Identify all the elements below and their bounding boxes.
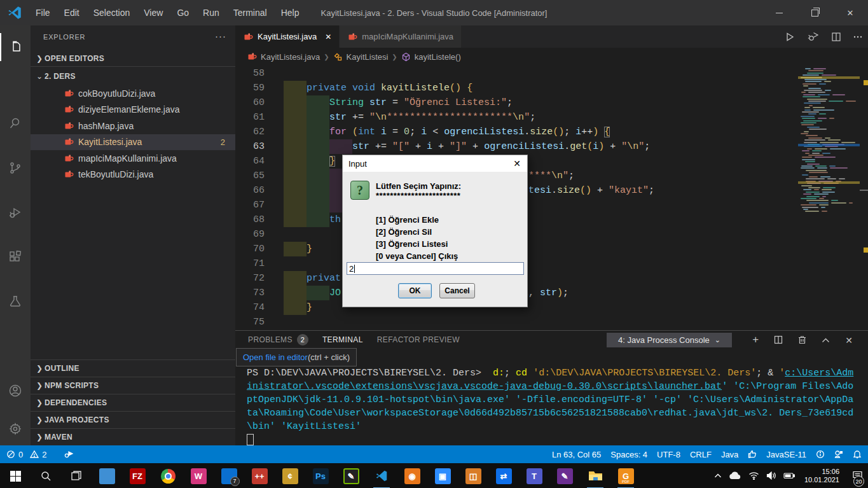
code-editor[interactable]: 5859private void kayitListele() {60Strin…: [235, 66, 868, 330]
search-icon[interactable]: [0, 109, 31, 137]
open-editors-section[interactable]: ❯ OPEN EDITORS: [31, 51, 235, 67]
taskbar-chrome[interactable]: [155, 467, 181, 485]
source-control-icon[interactable]: [0, 154, 31, 182]
breadcrumb-item[interactable]: KayitListesi: [347, 52, 389, 62]
taskbar-search[interactable]: [33, 467, 59, 485]
taskbar-filezilla[interactable]: FZ: [125, 467, 150, 485]
cursor-position[interactable]: Ln 63, Col 65: [552, 450, 601, 459]
file-item[interactable]: diziyeElemanEkleme.java: [31, 102, 235, 118]
panel-tab-refactor-preview[interactable]: REFACTOR PREVIEW: [377, 335, 460, 344]
feedback-icon[interactable]: [834, 450, 843, 459]
taskbar-start[interactable]: [3, 467, 28, 485]
section-npm-scripts[interactable]: ❯NPM SCRIPTS: [31, 377, 235, 394]
run-and-debug-icon[interactable]: [0, 199, 31, 227]
taskbar-vscode[interactable]: [369, 467, 394, 485]
breadcrumb[interactable]: KayitListesi.java❯KayitListesi❯kayitList…: [235, 48, 868, 66]
accounts-icon[interactable]: [0, 377, 31, 405]
taskbar-teams[interactable]: T: [521, 467, 547, 485]
breadcrumb-item[interactable]: kayitListele(): [415, 52, 461, 62]
file-item[interactable]: cokBoyutluDizi.java: [31, 85, 235, 101]
file-item[interactable]: KayitListesi.java2: [31, 134, 235, 150]
taskbar-app-orange-blue[interactable]: ◫: [460, 467, 486, 485]
open-file-link[interactable]: Open file in editor: [243, 352, 308, 362]
more-actions-icon[interactable]: [853, 32, 863, 42]
minimize-button[interactable]: [761, 0, 797, 25]
errors-icon[interactable]: [6, 450, 15, 459]
wifi-icon[interactable]: [748, 471, 759, 480]
split-terminal-icon[interactable]: [774, 335, 783, 344]
debug-icon[interactable]: [807, 31, 820, 43]
menu-selection[interactable]: Selection: [87, 5, 137, 20]
terminal-output[interactable]: PS D:\DEV\JAVA\PROJECTS\BIREYSEL\2. Ders…: [247, 366, 864, 447]
dialog-title-bar[interactable]: Input ✕: [343, 155, 527, 172]
volume-icon[interactable]: [766, 471, 776, 480]
language-mode[interactable]: Java: [721, 450, 738, 459]
action-center-icon[interactable]: 20: [846, 463, 868, 488]
ok-button[interactable]: OK: [398, 283, 432, 298]
taskbar-mail[interactable]: 7: [216, 467, 242, 485]
taskbar-file-explorer[interactable]: [582, 467, 608, 485]
menu-go[interactable]: Go: [170, 5, 195, 20]
tray-clock[interactable]: 15:0610.01.2021: [804, 468, 839, 484]
restore-button[interactable]: [797, 0, 832, 25]
section-outline[interactable]: ❯OUTLINE: [31, 359, 235, 377]
debug-launch-icon[interactable]: [64, 450, 74, 459]
tab-KayitListesi.java[interactable]: KayitListesi.java✕: [235, 25, 340, 48]
taskbar-teamviewer[interactable]: ⇄: [491, 467, 516, 485]
settings-icon[interactable]: [0, 415, 31, 443]
dialog-close-icon[interactable]: ✕: [513, 158, 521, 169]
taskbar-purple-pen-app[interactable]: ✎: [552, 467, 577, 485]
taskbar-photoshop[interactable]: Ps: [308, 467, 333, 485]
taskbar-app-green-pen[interactable]: ✎: [338, 467, 364, 485]
file-item[interactable]: mapIciMapKullanimi.java: [31, 150, 235, 166]
warnings-icon[interactable]: [30, 450, 39, 459]
taskbar-app-red-plus[interactable]: ++: [247, 467, 272, 485]
taskbar-screenshot-app[interactable]: ◉: [399, 467, 425, 485]
section-java-projects[interactable]: ❯JAVA PROJECTS: [31, 411, 235, 428]
taskbar-desktop[interactable]: [94, 467, 120, 485]
menu-terminal[interactable]: Terminal: [227, 5, 273, 20]
sidebar-more-icon[interactable]: ···: [215, 31, 226, 41]
folder-section[interactable]: ⌄ 2. DERS: [31, 69, 235, 84]
notifications-bell-icon[interactable]: [853, 450, 862, 459]
kill-terminal-icon[interactable]: [798, 335, 806, 344]
tab-close-icon[interactable]: ✕: [325, 32, 331, 41]
file-item[interactable]: hashMap.java: [31, 118, 235, 134]
java-runtime[interactable]: JavaSE-11: [766, 450, 806, 459]
menu-run[interactable]: Run: [196, 5, 226, 20]
encoding[interactable]: UTF-8: [657, 450, 680, 459]
menu-view[interactable]: View: [137, 5, 169, 20]
testing-icon[interactable]: [0, 288, 31, 316]
file-item[interactable]: tekBoyutluDizi.java: [31, 167, 235, 183]
run-icon[interactable]: [784, 31, 796, 43]
dialog-text-input[interactable]: 2: [347, 262, 524, 275]
menu-edit[interactable]: Edit: [58, 5, 86, 20]
split-editor-icon[interactable]: [831, 32, 841, 42]
close-button[interactable]: ✕: [832, 0, 868, 25]
battery-icon[interactable]: [783, 472, 795, 479]
info-icon[interactable]: [816, 450, 825, 459]
taskbar-coins[interactable]: ¢: [277, 467, 303, 485]
warning-count[interactable]: 2: [42, 450, 46, 459]
explorer-icon[interactable]: [0, 33, 31, 61]
taskbar-task-view[interactable]: [64, 467, 89, 485]
onedrive-cloud-icon[interactable]: [729, 471, 741, 480]
indentation[interactable]: Spaces: 4: [610, 450, 647, 459]
extensions-icon[interactable]: [0, 243, 31, 271]
eol[interactable]: CRLF: [690, 450, 712, 459]
tab-mapIciMapKullanimi.java[interactable]: mapIciMapKullanimi.java: [340, 25, 462, 48]
taskbar-zoom[interactable]: ▣: [430, 467, 455, 485]
close-panel-icon[interactable]: ✕: [845, 335, 853, 345]
section-maven[interactable]: ❯MAVEN: [31, 428, 235, 445]
minimap[interactable]: [798, 66, 860, 330]
new-terminal-icon[interactable]: +: [752, 333, 759, 346]
error-count[interactable]: 0: [18, 450, 23, 459]
terminal-picker[interactable]: 4: Java Process Console ⌄: [607, 333, 732, 347]
panel-tab-terminal[interactable]: TERMINAL: [322, 335, 363, 344]
panel-tab-problems[interactable]: PROBLEMS2: [248, 334, 308, 345]
overview-ruler[interactable]: [860, 66, 868, 330]
maximize-panel-icon[interactable]: [822, 337, 830, 343]
section-dependencies[interactable]: ❯DEPENDENCIES: [31, 394, 235, 411]
cancel-button[interactable]: Cancel: [439, 283, 475, 298]
taskbar-wampserver[interactable]: W: [186, 467, 211, 485]
